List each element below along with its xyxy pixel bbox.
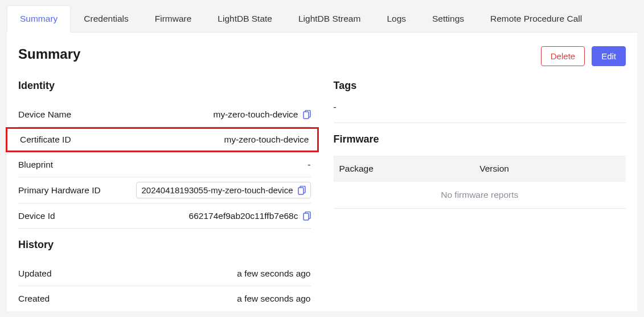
tab-credentials[interactable]: Credentials (71, 5, 141, 32)
history-heading: History (18, 239, 311, 251)
tab-firmware[interactable]: Firmware (142, 5, 205, 32)
tags-value: - (334, 102, 626, 112)
identity-row-primary-hardware-id: Primary Hardware ID 20240418193055-my-ze… (18, 177, 311, 204)
identity-row-blueprint: Blueprint - (18, 152, 311, 177)
delete-button[interactable]: Delete (541, 46, 585, 66)
updated-value: a few seconds ago (237, 269, 310, 279)
updated-label: Updated (18, 269, 52, 279)
identity-row-device-name: Device Name my-zero-touch-device (18, 102, 311, 127)
created-label: Created (18, 294, 50, 304)
identity-row-device-id: Device Id 662174ef9ab20c11ffb7e68c (18, 204, 311, 229)
page-title: Summary (18, 46, 80, 62)
firmware-col-version: Version (479, 164, 620, 174)
primary-hardware-id-chip: 20240418193055-my-zero-touch-device (136, 182, 310, 198)
device-id-label: Device Id (18, 211, 55, 221)
copy-icon[interactable] (303, 212, 311, 221)
tab-bar: Summary Credentials Firmware LightDB Sta… (7, 5, 637, 32)
firmware-table: Package Version No firmware reports (334, 156, 626, 209)
firmware-table-header: Package Version (334, 156, 626, 182)
tab-logs[interactable]: Logs (374, 5, 419, 32)
tab-settings[interactable]: Settings (419, 5, 477, 32)
history-row-created: Created a few seconds ago (18, 286, 311, 311)
blueprint-label: Blueprint (18, 160, 53, 170)
created-value: a few seconds ago (237, 294, 310, 304)
identity-heading: Identity (18, 80, 311, 92)
device-name-label: Device Name (18, 109, 71, 120)
edit-button[interactable]: Edit (592, 46, 626, 66)
firmware-empty-text: No firmware reports (334, 182, 626, 209)
firmware-col-package: Package (339, 164, 480, 174)
certificate-id-value: my-zero-touch-device (224, 135, 309, 145)
tab-lightdb-stream[interactable]: LightDB Stream (285, 5, 374, 32)
tags-heading: Tags (334, 80, 626, 92)
history-row-updated: Updated a few seconds ago (18, 261, 311, 286)
action-buttons: Delete Edit (541, 46, 626, 66)
tab-summary[interactable]: Summary (7, 5, 71, 32)
identity-row-certificate-id: Certificate ID my-zero-touch-device (6, 127, 319, 152)
copy-icon[interactable] (298, 186, 306, 195)
tab-lightdb-state[interactable]: LightDB State (204, 5, 285, 32)
primary-hardware-id-value: 20240418193055-my-zero-touch-device (141, 185, 293, 195)
primary-hardware-id-label: Primary Hardware ID (18, 185, 101, 196)
device-name-value: my-zero-touch-device (213, 109, 298, 120)
firmware-heading: Firmware (334, 133, 626, 145)
device-id-value: 662174ef9ab20c11ffb7e68c (189, 211, 298, 221)
blueprint-value: - (307, 160, 310, 170)
tab-rpc[interactable]: Remote Procedure Call (477, 5, 595, 32)
copy-icon[interactable] (303, 110, 311, 119)
divider (334, 123, 626, 123)
certificate-id-label: Certificate ID (20, 135, 71, 145)
